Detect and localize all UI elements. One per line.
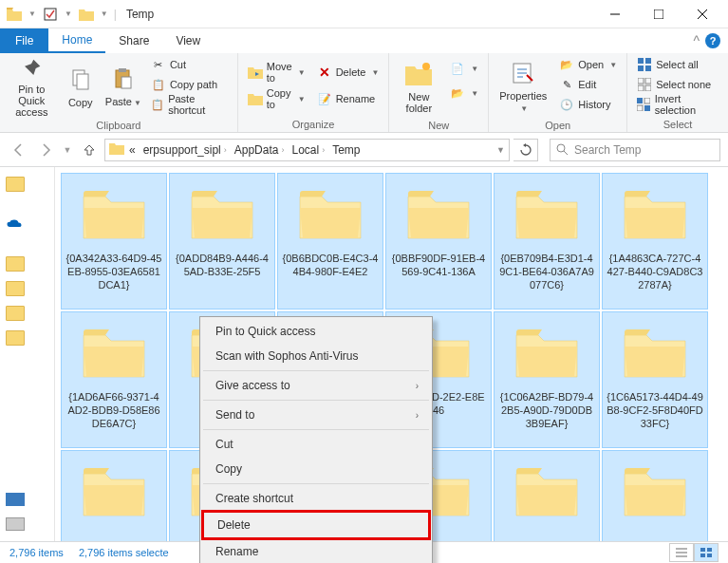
folder-item[interactable]: {0B6BDC0B-E4C3-44B4-980F-E4E2 (277, 173, 383, 310)
side-item[interactable] (2, 173, 52, 196)
folder-label: {1C6A5173-44D4-49B8-9CF2-5F8D40FD33FC} (607, 390, 703, 430)
up-button[interactable] (78, 139, 101, 161)
cm-delete[interactable]: Delete (201, 510, 431, 540)
folder-label: {1A4863CA-727C-4427-B440-C9AD8C32787A} (607, 252, 703, 291)
help-icon[interactable]: ? (705, 33, 720, 48)
qat-dropdown-3[interactable]: ▼ (99, 9, 110, 18)
folder-label: {0ADD84B9-A446-45AD-B33E-25F5 (174, 252, 271, 278)
window-controls (593, 0, 724, 28)
cm-give-access[interactable]: Give access to› (202, 373, 430, 398)
cm-pin-quick-access[interactable]: Pin to Quick access (202, 319, 430, 344)
rename-icon: 📝 (317, 91, 332, 106)
qat-dropdown-2[interactable]: ▼ (63, 9, 74, 18)
cm-create-shortcut[interactable]: Create shortcut (202, 486, 430, 511)
select-none-button[interactable]: Select none (633, 75, 722, 94)
navigation-pane[interactable] (0, 167, 55, 541)
checkbox-icon[interactable] (40, 4, 61, 25)
address-bar[interactable]: « erpsupport_sipl› AppData› Local› Temp … (104, 139, 510, 161)
copy-to-button[interactable]: Copy to▼ (244, 89, 309, 108)
cm-rename[interactable]: Rename (202, 539, 430, 563)
minimize-button[interactable] (593, 0, 637, 28)
copy-path-button[interactable]: 📋Copy path (147, 75, 232, 94)
easy-access-button[interactable]: 📂▼ (446, 84, 482, 103)
search-icon (556, 143, 569, 156)
properties-button[interactable]: Properties▼ (495, 55, 551, 118)
folder-label: {0A342A33-64D9-45EB-8955-03EA6581DCA1} (65, 252, 162, 291)
folder-item[interactable]: {0EB709B4-E3D1-49C1-BE64-036A7A9077C6} (494, 173, 600, 310)
folder-item[interactable] (61, 450, 167, 541)
search-placeholder: Search Temp (574, 143, 641, 157)
side-item[interactable] (2, 327, 52, 349)
icons-view-button[interactable] (694, 543, 719, 562)
copy-button[interactable]: Copy (62, 55, 100, 118)
history-button[interactable]: 🕒History (555, 95, 621, 114)
svg-rect-6 (77, 74, 88, 89)
title-bar: ▼ ▼ ▼ | Temp (0, 0, 728, 28)
move-to-icon (248, 65, 263, 80)
paste-shortcut-button[interactable]: 📋Paste shortcut (147, 95, 232, 114)
forward-button[interactable] (34, 139, 57, 161)
side-item[interactable] (2, 513, 52, 535)
edit-button[interactable]: ✎Edit (555, 75, 621, 94)
folder-item[interactable] (494, 450, 600, 541)
invert-selection-button[interactable]: Invert selection (633, 95, 722, 114)
crumb-1[interactable]: erpsupport_sipl› (140, 143, 230, 157)
paste-button[interactable]: Paste▼ (103, 55, 143, 118)
clipboard-group: Pin to Quick access Copy Paste▼ ✂Cut 📋Co… (0, 53, 238, 132)
svg-rect-15 (645, 66, 651, 71)
properties-label: Properties▼ (499, 90, 547, 115)
move-to-button[interactable]: Move to▼ (244, 63, 309, 82)
folder-item[interactable]: {1C06A2BF-BD79-42B5-A90D-79D0DB3B9EAF} (494, 311, 600, 448)
recent-button[interactable]: ▼ (61, 139, 74, 161)
crumb-3[interactable]: Local› (289, 143, 327, 157)
close-button[interactable] (681, 0, 724, 28)
cm-cut[interactable]: Cut (202, 432, 430, 457)
rename-button[interactable]: 📝Rename (313, 89, 383, 108)
cm-scan-sophos[interactable]: Scan with Sophos Anti-Virus (202, 344, 430, 368)
collapse-ribbon-icon[interactable]: ^ (693, 33, 700, 48)
open-group-label: Open (495, 118, 621, 133)
home-tab[interactable]: Home (48, 28, 105, 53)
cut-button[interactable]: ✂Cut (147, 55, 232, 74)
folder-item[interactable]: {1A4863CA-727C-4427-B440-C9AD8C32787A} (602, 173, 708, 310)
folder-item[interactable]: {0ADD84B9-A446-45AD-B33E-25F5 (169, 173, 275, 310)
folder-item[interactable]: {1AD6AF66-9371-4AD2-BDB9-D58E86DE6A7C} (61, 311, 167, 448)
qat-dropdown-1[interactable]: ▼ (27, 9, 38, 18)
crumb-2[interactable]: AppData› (232, 143, 288, 157)
cm-send-to[interactable]: Send to› (202, 403, 430, 427)
folder-item[interactable]: {0BBF90DF-91EB-4569-9C41-136A (385, 173, 492, 310)
refresh-button[interactable] (513, 139, 538, 161)
select-all-button[interactable]: Select all (633, 55, 722, 74)
view-tab[interactable]: View (162, 28, 214, 53)
side-item[interactable] (2, 277, 52, 300)
open-button[interactable]: 📂Open▼ (555, 55, 621, 74)
pin-quick-access-button[interactable]: Pin to Quick access (6, 55, 58, 118)
details-view-button[interactable] (669, 543, 694, 562)
delete-button[interactable]: ✕Delete▼ (313, 63, 383, 82)
svg-rect-29 (700, 548, 705, 552)
cm-separator (203, 483, 429, 484)
share-tab[interactable]: Share (105, 28, 162, 53)
cm-copy[interactable]: Copy (202, 457, 430, 481)
new-folder-button[interactable]: New folder (395, 55, 442, 118)
side-item[interactable] (2, 302, 52, 325)
svg-rect-0 (45, 9, 56, 20)
select-group: Select all Select none Invert selection … (627, 53, 728, 132)
maximize-button[interactable] (637, 0, 681, 28)
folder-label: {1AD6AF66-9371-4AD2-BDB9-D58E86DE6A7C} (65, 390, 162, 430)
crumb-4[interactable]: Temp (329, 143, 363, 157)
back-button[interactable] (8, 139, 30, 161)
folder-item[interactable]: {0A342A33-64D9-45EB-8955-03EA6581DCA1} (61, 173, 167, 310)
addr-dropdown[interactable]: ▼ (496, 145, 505, 155)
folder-item[interactable] (602, 450, 708, 541)
svg-rect-2 (654, 9, 663, 19)
new-item-button[interactable]: 📄▼ (446, 59, 482, 78)
crumb-prefix[interactable]: « (126, 143, 139, 157)
search-box[interactable]: Search Temp (550, 139, 720, 161)
side-item[interactable] (2, 213, 52, 235)
side-item[interactable] (2, 253, 52, 275)
side-item[interactable] (2, 488, 52, 511)
copy-to-icon (248, 91, 263, 106)
folder-item[interactable]: {1C6A5173-44D4-49B8-9CF2-5F8D40FD33FC} (602, 311, 708, 448)
file-tab[interactable]: File (0, 28, 48, 53)
